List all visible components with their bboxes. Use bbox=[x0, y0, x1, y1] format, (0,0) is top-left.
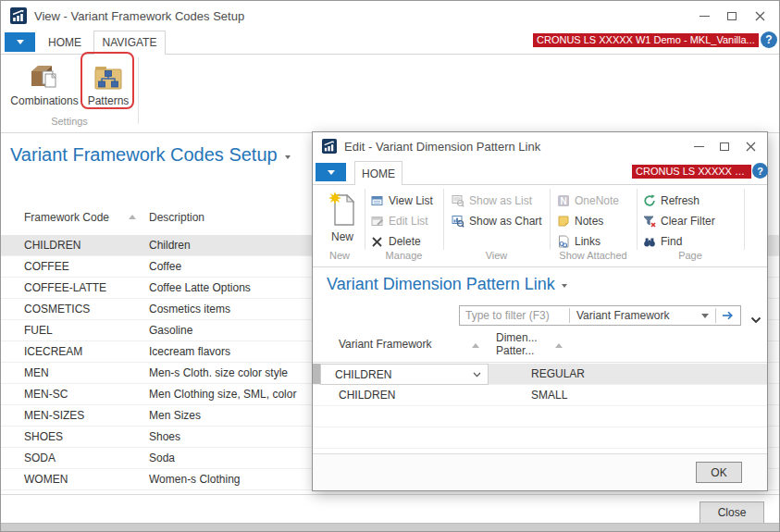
header-divider bbox=[313, 362, 767, 363]
column-header-variant-framework[interactable]: Variant Framework bbox=[339, 338, 431, 351]
dialog-ribbon: New View List Edit List bbox=[313, 185, 767, 267]
framework-code-cell: WOMEN bbox=[1, 473, 149, 486]
ribbon-group-label-show-attached: Show Attached bbox=[550, 250, 637, 261]
dialog-tab-row: HOME CRONUS LS XXXXX W... ? bbox=[313, 160, 767, 185]
row-selector[interactable] bbox=[313, 364, 320, 384]
ok-button[interactable]: OK bbox=[696, 462, 742, 483]
ribbon-group-page: Refresh Clear Filter Find bbox=[643, 191, 715, 252]
expand-filter-pane-button[interactable] bbox=[750, 311, 761, 328]
table-row[interactable]: CHILDRENSMALL bbox=[313, 385, 767, 406]
sort-ascending-icon[interactable] bbox=[129, 215, 136, 219]
variant-framework-cell[interactable]: CHILDREN bbox=[320, 364, 489, 385]
show-as-list-icon bbox=[452, 194, 464, 207]
notes-label: Notes bbox=[575, 215, 603, 228]
combinations-button[interactable]: Combinations bbox=[6, 59, 82, 107]
ribbon-group-label-manage: Manage bbox=[365, 250, 443, 261]
combinations-icon bbox=[6, 59, 82, 91]
dimension-pattern-cell: REGULAR bbox=[531, 364, 585, 385]
dialog-bottom-bar: OK bbox=[313, 453, 767, 490]
cell-value: CHILDREN bbox=[335, 368, 391, 381]
links-button[interactable]: Links bbox=[557, 231, 619, 252]
main-bottom-bar: Close bbox=[1, 494, 779, 525]
onenote-button[interactable]: N OneNote bbox=[557, 191, 619, 211]
refresh-icon bbox=[643, 194, 656, 207]
main-titlebar: View - Variant Framework Codes Setup bbox=[1, 1, 779, 31]
framework-code-cell: MEN-SC bbox=[1, 388, 149, 401]
dialog-table-rows: CHILDRENREGULARCHILDRENSMALL bbox=[313, 364, 767, 449]
view-list-button[interactable]: View List bbox=[371, 191, 433, 211]
column-header-framework-code[interactable]: Framework Code bbox=[1, 211, 129, 224]
window-title: View - Variant Framework Codes Setup bbox=[34, 9, 244, 23]
ribbon-separator bbox=[138, 57, 139, 124]
framework-code-cell: ICECREAM bbox=[1, 345, 149, 358]
maximize-icon[interactable] bbox=[712, 132, 737, 160]
show-as-chart-label: Show as Chart bbox=[469, 215, 542, 228]
notes-icon bbox=[557, 215, 570, 228]
ribbon-separator bbox=[637, 189, 638, 250]
empty-row[interactable] bbox=[313, 406, 767, 427]
framework-code-cell: FUEL bbox=[1, 324, 149, 337]
clear-filter-button[interactable]: Clear Filter bbox=[643, 211, 715, 231]
help-icon[interactable]: ? bbox=[752, 163, 768, 179]
links-icon bbox=[557, 235, 570, 248]
close-button[interactable]: Close bbox=[700, 501, 764, 524]
chevron-down-icon[interactable] bbox=[473, 372, 481, 377]
apply-filter-button[interactable] bbox=[716, 306, 740, 325]
edit-list-button[interactable]: Edit List bbox=[371, 211, 433, 231]
empty-row[interactable] bbox=[313, 427, 767, 449]
minimize-icon[interactable] bbox=[686, 132, 712, 160]
page-title-caret-icon[interactable] bbox=[285, 155, 291, 159]
page-title-text: Variant Framework Codes Setup bbox=[10, 144, 278, 165]
close-icon[interactable] bbox=[737, 132, 763, 160]
annotation-highlight bbox=[80, 52, 134, 109]
new-label: New bbox=[321, 230, 364, 243]
tab-home[interactable]: HOME bbox=[354, 161, 402, 185]
application-menu-button[interactable] bbox=[5, 32, 35, 52]
notes-button[interactable]: Notes bbox=[557, 211, 619, 231]
framework-code-cell: COFFEE bbox=[1, 260, 149, 273]
framework-code-cell: SHOES bbox=[1, 430, 149, 443]
application-menu-button[interactable] bbox=[316, 163, 346, 181]
dialog-content: Variant Dimension Pattern Link Variant F… bbox=[313, 267, 767, 453]
minimize-icon[interactable] bbox=[690, 1, 718, 31]
find-label: Find bbox=[661, 235, 682, 248]
page-title: Variant Dimension Pattern Link bbox=[327, 275, 567, 294]
ribbon-group-settings: Settings bbox=[1, 116, 138, 127]
refresh-label: Refresh bbox=[661, 194, 700, 207]
find-button[interactable]: Find bbox=[643, 231, 715, 252]
tab-home[interactable]: HOME bbox=[42, 31, 88, 55]
close-icon[interactable] bbox=[746, 1, 774, 31]
app-icon bbox=[10, 7, 27, 24]
chevron-down-icon bbox=[750, 316, 761, 324]
filter-field-dropdown[interactable]: Variant Framework bbox=[570, 306, 715, 325]
column-header-description[interactable]: Description bbox=[149, 211, 204, 224]
delete-icon bbox=[371, 235, 384, 248]
table-row[interactable]: CHILDRENREGULAR bbox=[313, 364, 767, 385]
view-list-label: View List bbox=[389, 194, 433, 207]
show-as-list-button[interactable]: Show as List bbox=[452, 191, 542, 211]
onenote-icon: N bbox=[557, 194, 570, 207]
ribbon-separator bbox=[550, 189, 551, 250]
delete-button[interactable]: Delete bbox=[371, 231, 433, 252]
show-as-chart-button[interactable]: Show as Chart bbox=[452, 211, 542, 231]
help-icon[interactable]: ? bbox=[761, 31, 777, 48]
combinations-label: Combinations bbox=[6, 94, 82, 107]
ribbon-group-show-attached: N OneNote Notes Links bbox=[557, 191, 619, 252]
ribbon-separator bbox=[744, 189, 745, 250]
filter-input[interactable] bbox=[460, 306, 569, 325]
window-title: Edit - Variant Dimension Pattern Link bbox=[344, 140, 540, 154]
new-button[interactable]: New bbox=[321, 190, 364, 243]
sort-ascending-icon[interactable] bbox=[555, 343, 563, 348]
ribbon-group-label-view: View bbox=[443, 250, 550, 261]
column-header-dimension-pattern[interactable]: Dimen... Patter... bbox=[496, 331, 538, 357]
main-window-controls bbox=[690, 1, 774, 31]
page-title-caret-icon[interactable] bbox=[562, 284, 567, 288]
refresh-button[interactable]: Refresh bbox=[643, 191, 715, 211]
page-title-text: Variant Dimension Pattern Link bbox=[327, 275, 555, 293]
window-bottom-strip bbox=[1, 523, 779, 531]
links-label: Links bbox=[575, 235, 600, 248]
framework-code-cell: SODA bbox=[1, 452, 149, 464]
maximize-icon[interactable] bbox=[718, 1, 746, 31]
sort-ascending-icon[interactable] bbox=[472, 343, 479, 348]
svg-text:N: N bbox=[560, 196, 566, 206]
